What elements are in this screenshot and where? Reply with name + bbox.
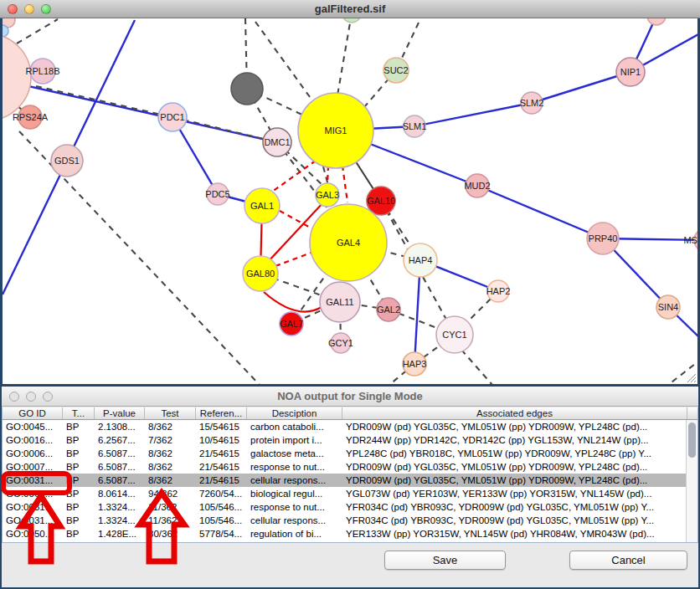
- cell-go_id[interactable]: GO:0006...: [3, 447, 63, 460]
- cell-associated_edges[interactable]: YFR034C (pd) YBR093C, YDR009W (pd) YGL03…: [342, 514, 687, 527]
- column-header-test[interactable]: Test: [145, 407, 196, 419]
- cell-description[interactable]: response to nut...: [247, 500, 342, 514]
- cell-go_id[interactable]: GO:0031...: [3, 514, 63, 527]
- cell-p_value[interactable]: 6.5087...: [95, 460, 145, 474]
- cell-description[interactable]: carbon cataboli...: [247, 420, 342, 433]
- cell-p_value[interactable]: 2.1308...: [95, 420, 145, 433]
- cell-test[interactable]: 8/362: [145, 460, 196, 474]
- cell-go_id[interactable]: GO:0045...: [3, 420, 63, 433]
- network-canvas[interactable]: RPL18BRPS24AGDS1PDC1PDC5DMC1MIG1SUC2SLM1…: [3, 18, 697, 384]
- edge-pd: [461, 350, 492, 384]
- cell-p_value[interactable]: 6.5087...: [95, 474, 145, 487]
- cell-test[interactable]: 8/362: [145, 447, 196, 460]
- table-row[interactable]: GO:0065...BP8.0614...94/3627260/54...bio…: [3, 487, 697, 500]
- zoom-button[interactable]: [43, 392, 53, 402]
- cell-description[interactable]: cellular respons...: [247, 474, 342, 487]
- save-button[interactable]: Save: [384, 551, 506, 570]
- table-row[interactable]: GO:0031...BP1.3324...11/362105/546...cel…: [3, 514, 697, 527]
- cell-go_id[interactable]: GO:0031...: [3, 474, 63, 487]
- cell-p_value[interactable]: 1.3324...: [95, 514, 145, 527]
- cell-type[interactable]: BP: [63, 433, 95, 447]
- cell-associated_edges[interactable]: YER133W (pp) YOR315W, YNL145W (pd) YHR08…: [342, 527, 687, 540]
- cell-type[interactable]: BP: [63, 514, 95, 527]
- table-row[interactable]: GO:0016...BP6.2567...7/36210/54615protei…: [3, 433, 697, 447]
- table-row[interactable]: GO:0045...BP2.1308...8/36215/54615carbon…: [3, 420, 697, 433]
- noa-window-titlebar[interactable]: NOA output for Single Mode: [2, 387, 698, 407]
- close-button[interactable]: [9, 392, 19, 402]
- zoom-button[interactable]: [41, 4, 51, 14]
- cell-reference[interactable]: 21/54615: [196, 447, 247, 460]
- cell-reference[interactable]: 105/546...: [196, 500, 247, 514]
- table-row[interactable]: GO:0031...BP6.5087...8/36221/54615cellul…: [3, 474, 697, 487]
- cell-p_value[interactable]: 8.0614...: [95, 487, 145, 500]
- cell-type[interactable]: BP: [63, 500, 95, 514]
- node-label-gal4: GAL4: [337, 238, 360, 248]
- graph-window-titlebar[interactable]: galFiltered.sif: [0, 0, 700, 18]
- cell-test[interactable]: 11/362: [145, 514, 196, 527]
- cell-go_id[interactable]: GO:0016...: [3, 433, 63, 447]
- edge-reddash: [275, 251, 316, 266]
- minimize-button[interactable]: [26, 392, 36, 402]
- cell-test[interactable]: 94/362: [145, 487, 196, 500]
- node-partial-green[interactable]: [342, 18, 361, 23]
- cell-description[interactable]: biological regul...: [247, 487, 342, 500]
- cell-reference[interactable]: 10/54615: [196, 433, 247, 447]
- cell-test[interactable]: 7/362: [145, 433, 196, 447]
- column-header-goid[interactable]: GO ID: [3, 407, 63, 419]
- column-header-pvalue[interactable]: P-value: [95, 407, 145, 419]
- cell-associated_edges[interactable]: YPL248C (pd) YBR018C, YML051W (pp) YDR00…: [342, 447, 687, 460]
- cell-associated_edges[interactable]: YFR034C (pd) YBR093C, YDR009W (pd) YGL03…: [342, 500, 687, 514]
- table-row[interactable]: GO:0031...BP1.3324...11/362105/546...res…: [3, 500, 697, 514]
- cell-go_id[interactable]: GO:0031...: [3, 500, 63, 514]
- cell-type[interactable]: BP: [63, 447, 95, 460]
- cell-description[interactable]: protein import i...: [247, 433, 342, 447]
- cell-test[interactable]: 8/362: [145, 420, 196, 433]
- cell-p_value[interactable]: 1.3324...: [95, 500, 145, 514]
- cell-type[interactable]: BP: [63, 487, 95, 500]
- cell-go_id[interactable]: GO:0007...: [3, 460, 63, 474]
- resize-grip[interactable]: [685, 371, 697, 383]
- cell-associated_edges[interactable]: YDR009W (pd) YGL035C, YML051W (pp) YDR00…: [342, 460, 687, 474]
- cell-reference[interactable]: 7260/54...: [196, 487, 247, 500]
- vertical-scrollbar[interactable]: [686, 420, 697, 542]
- cell-associated_edges[interactable]: YGL073W (pd) YER103W, YER133W (pp) YOR31…: [342, 487, 687, 500]
- cell-reference[interactable]: 15/54615: [196, 420, 247, 433]
- cell-description[interactable]: response to nut...: [247, 460, 342, 474]
- node-partial-blue[interactable]: [3, 25, 8, 37]
- cancel-button[interactable]: Cancel: [569, 551, 687, 570]
- cell-test[interactable]: 8/362: [145, 474, 196, 487]
- cell-associated_edges[interactable]: YDR009W (pd) YGL035C, YML051W (pp) YDR00…: [342, 474, 687, 487]
- cell-associated_edges[interactable]: YDR009W (pd) YGL035C, YML051W (pp) YDR00…: [342, 420, 687, 433]
- cell-reference[interactable]: 21/54615: [196, 474, 247, 487]
- node-partial-top[interactable]: [647, 18, 666, 25]
- cell-description[interactable]: cellular respons...: [247, 514, 342, 527]
- cell-go_id[interactable]: GO:0050...: [3, 527, 63, 540]
- table-row[interactable]: GO:0007...BP6.5087...8/36221/54615respon…: [3, 460, 697, 474]
- cell-type[interactable]: BP: [63, 420, 95, 433]
- cell-reference[interactable]: 105/546...: [196, 514, 247, 527]
- cell-reference[interactable]: 5778/54...: [196, 527, 247, 540]
- cell-p_value[interactable]: 1.428E...: [95, 527, 145, 540]
- cell-type[interactable]: BP: [63, 460, 95, 474]
- column-header-referen[interactable]: Referen...: [196, 407, 247, 419]
- column-header-associatededges[interactable]: Associated edges: [342, 407, 687, 419]
- scrollbar-thumb[interactable]: [688, 423, 696, 458]
- cell-p_value[interactable]: 6.5087...: [95, 447, 145, 460]
- cell-go_id[interactable]: GO:0065...: [3, 487, 63, 500]
- cell-associated_edges[interactable]: YDR244W (pp) YDR142C, YDR142C (pp) YGL15…: [342, 433, 687, 447]
- cell-reference[interactable]: 21/54615: [196, 460, 247, 474]
- table-row[interactable]: GO:0006...BP6.5087...8/36221/54615galact…: [3, 447, 697, 460]
- cell-description[interactable]: galactose meta...: [247, 447, 342, 460]
- cell-type[interactable]: BP: [63, 474, 95, 487]
- minimize-button[interactable]: [24, 4, 34, 14]
- column-header-t[interactable]: T...: [63, 407, 95, 419]
- cell-test[interactable]: 11/362: [145, 500, 196, 514]
- cell-description[interactable]: regulation of bi...: [247, 527, 342, 540]
- cell-test[interactable]: 80/362: [145, 527, 196, 540]
- node-gray[interactable]: [231, 73, 263, 105]
- close-button[interactable]: [8, 4, 18, 14]
- cell-type[interactable]: BP: [63, 527, 95, 540]
- table-row[interactable]: GO:0050...BP1.428E...80/3625778/54...reg…: [3, 527, 697, 540]
- column-header-desciption[interactable]: Desciption: [247, 407, 342, 419]
- cell-p_value[interactable]: 6.2567...: [95, 433, 145, 447]
